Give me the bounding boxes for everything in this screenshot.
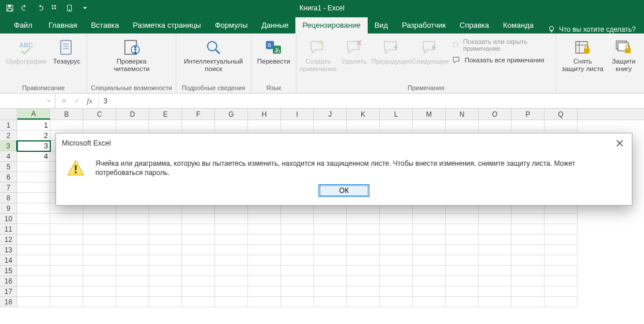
row-header[interactable]: 16 — [0, 276, 17, 286]
cell[interactable] — [413, 214, 446, 224]
cell[interactable] — [545, 276, 578, 286]
cell[interactable] — [512, 245, 545, 255]
save-icon[interactable] — [3, 2, 16, 14]
cell[interactable] — [380, 297, 413, 307]
cell[interactable] — [545, 297, 578, 307]
cell[interactable] — [17, 183, 50, 193]
cell[interactable] — [380, 266, 413, 276]
cell[interactable] — [149, 286, 182, 297]
tab-review[interactable]: Рецензирование — [295, 17, 367, 33]
cell[interactable] — [83, 224, 116, 234]
cell[interactable] — [281, 120, 314, 131]
column-header[interactable]: E — [149, 109, 182, 120]
cell[interactable] — [17, 214, 50, 224]
cell[interactable] — [50, 286, 83, 297]
cell[interactable] — [380, 276, 413, 286]
cell[interactable] — [149, 234, 182, 245]
cell[interactable] — [446, 214, 479, 224]
cell[interactable] — [182, 297, 215, 307]
row-header[interactable]: 11 — [0, 224, 17, 234]
row-header[interactable]: 14 — [0, 255, 17, 266]
cell[interactable] — [446, 266, 479, 276]
row-header[interactable]: 18 — [0, 297, 17, 307]
cell[interactable] — [17, 234, 50, 245]
cell[interactable] — [380, 224, 413, 234]
cell[interactable] — [479, 286, 512, 297]
cell[interactable] — [182, 245, 215, 255]
row-header[interactable]: 8 — [0, 193, 17, 203]
cell[interactable] — [83, 120, 116, 131]
cell[interactable] — [182, 224, 215, 234]
cell[interactable] — [50, 224, 83, 234]
row-header[interactable]: 17 — [0, 286, 17, 297]
cell[interactable] — [545, 255, 578, 266]
cell[interactable] — [413, 245, 446, 255]
cell[interactable] — [149, 276, 182, 286]
cell[interactable] — [512, 224, 545, 234]
qat-dropdown-icon[interactable] — [79, 2, 91, 14]
column-header[interactable]: J — [314, 109, 347, 120]
cell[interactable] — [413, 297, 446, 307]
select-all-corner[interactable] — [0, 109, 17, 120]
cell[interactable] — [413, 234, 446, 245]
cell[interactable] — [446, 224, 479, 234]
cell[interactable] — [545, 245, 578, 255]
cell[interactable] — [281, 224, 314, 234]
cell[interactable] — [248, 224, 281, 234]
row-header[interactable]: 4 — [0, 151, 17, 162]
unprotect-sheet-button[interactable]: Снять защиту листа — [560, 36, 606, 73]
cell[interactable] — [380, 214, 413, 224]
column-header[interactable]: B — [50, 109, 83, 120]
undo-icon[interactable] — [18, 2, 31, 14]
cell[interactable] — [149, 297, 182, 307]
cell[interactable] — [149, 120, 182, 131]
tab-help[interactable]: Справка — [453, 17, 496, 33]
cell[interactable] — [281, 214, 314, 224]
thesaurus-button[interactable]: Тезаурус — [50, 36, 83, 65]
cell[interactable] — [347, 234, 380, 245]
cell[interactable] — [215, 276, 248, 286]
cell[interactable] — [446, 245, 479, 255]
cell[interactable] — [50, 297, 83, 307]
cell[interactable] — [182, 214, 215, 224]
cell[interactable] — [512, 297, 545, 307]
column-header[interactable]: N — [446, 109, 479, 120]
cell[interactable] — [182, 276, 215, 286]
cell[interactable] — [314, 266, 347, 276]
cell[interactable] — [380, 120, 413, 131]
enter-formula-icon[interactable]: ✓ — [72, 97, 82, 105]
cell[interactable] — [215, 266, 248, 276]
column-header[interactable]: D — [116, 109, 149, 120]
cell[interactable] — [446, 286, 479, 297]
tab-team[interactable]: Команда — [496, 17, 541, 33]
cell[interactable] — [314, 286, 347, 297]
cell[interactable] — [215, 214, 248, 224]
cell[interactable] — [50, 255, 83, 266]
tab-file[interactable]: Файл — [5, 17, 42, 33]
cell[interactable]: 3 — [17, 141, 50, 151]
column-header[interactable]: Q — [545, 109, 578, 120]
cell[interactable] — [116, 245, 149, 255]
column-header[interactable]: F — [182, 109, 215, 120]
next-comment-button[interactable]: Следующее — [412, 36, 448, 65]
cell[interactable] — [512, 276, 545, 286]
cell[interactable] — [149, 255, 182, 266]
cell[interactable] — [545, 214, 578, 224]
cell[interactable] — [314, 276, 347, 286]
cell[interactable] — [149, 266, 182, 276]
row-header[interactable]: 13 — [0, 245, 17, 255]
cell[interactable] — [545, 234, 578, 245]
cell[interactable] — [248, 214, 281, 224]
cell[interactable] — [182, 255, 215, 266]
show-all-comments-button[interactable]: Показать все примечания — [450, 54, 552, 66]
protect-workbook-button[interactable]: Защити книгу — [607, 36, 641, 73]
cell[interactable] — [479, 297, 512, 307]
cell[interactable] — [545, 286, 578, 297]
cell[interactable] — [17, 203, 50, 214]
tab-page-layout[interactable]: Разметка страницы — [126, 17, 208, 33]
cell[interactable] — [83, 286, 116, 297]
cell[interactable] — [446, 297, 479, 307]
row-header[interactable]: 5 — [0, 162, 17, 172]
cell[interactable] — [314, 234, 347, 245]
cell[interactable] — [17, 172, 50, 183]
